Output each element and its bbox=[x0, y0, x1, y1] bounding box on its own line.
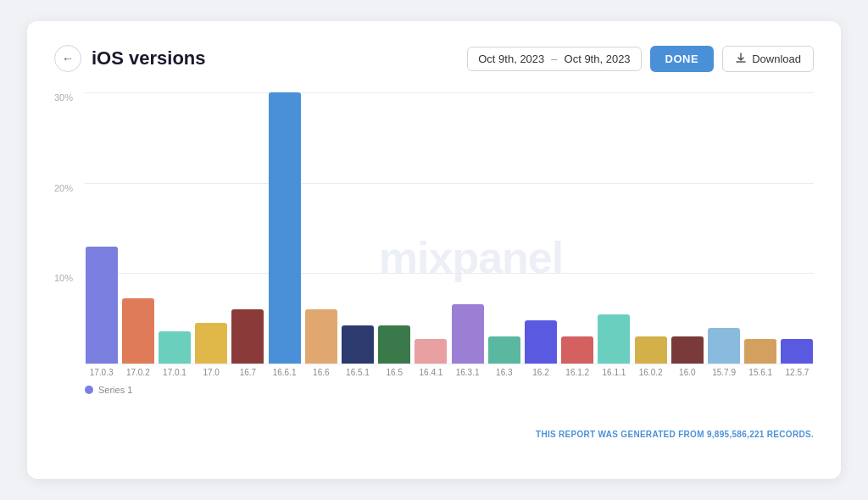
bar-group bbox=[524, 320, 557, 364]
x-label: 16.5 bbox=[378, 368, 411, 377]
bar[interactable] bbox=[159, 331, 191, 364]
page-title: iOS versions bbox=[92, 47, 206, 69]
legend-dot bbox=[85, 386, 93, 394]
bar-group bbox=[85, 247, 118, 364]
x-label: 16.0.2 bbox=[634, 368, 667, 377]
grid-line bbox=[85, 364, 814, 364]
bar[interactable] bbox=[195, 323, 227, 364]
bar-group bbox=[268, 92, 301, 364]
bar-group bbox=[670, 336, 704, 364]
footer: THIS REPORT WAS GENERATED FROM 9,895,586… bbox=[54, 430, 814, 439]
bar[interactable] bbox=[86, 247, 118, 364]
bar-group bbox=[231, 309, 264, 364]
x-label: 17.0.3 bbox=[85, 368, 118, 377]
bar[interactable] bbox=[231, 309, 264, 364]
bar-group bbox=[158, 331, 191, 364]
bar[interactable] bbox=[269, 92, 301, 364]
bar-group bbox=[451, 304, 484, 364]
bar[interactable] bbox=[122, 298, 154, 364]
bar[interactable] bbox=[415, 339, 447, 364]
footer-text-before: THIS REPORT WAS GENERATED FROM bbox=[536, 430, 707, 439]
date-range-picker[interactable]: Oct 9th, 2023 – Oct 9th, 2023 bbox=[467, 47, 641, 71]
bar[interactable] bbox=[525, 320, 557, 364]
bar[interactable] bbox=[598, 314, 630, 364]
bar-group bbox=[561, 336, 594, 364]
x-label: 16.0 bbox=[670, 368, 704, 377]
back-icon: ← bbox=[62, 52, 74, 65]
download-button[interactable]: Download bbox=[722, 46, 814, 72]
bar-group bbox=[341, 325, 374, 364]
main-card: ← iOS versions Oct 9th, 2023 – Oct 9th, … bbox=[27, 21, 841, 479]
x-labels: 17.0.317.0.217.0.117.016.716.6.116.616.5… bbox=[85, 368, 814, 377]
legend-label: Series 1 bbox=[98, 385, 132, 395]
x-label: 17.0.2 bbox=[121, 368, 154, 377]
bar-group bbox=[781, 339, 814, 364]
x-label: 17.0 bbox=[195, 368, 228, 377]
footer-records: 9,895,586,221 bbox=[707, 430, 765, 439]
x-label: 15.7.9 bbox=[707, 368, 740, 377]
bar-group bbox=[195, 323, 228, 364]
x-label: 16.2 bbox=[524, 368, 557, 377]
x-label: 16.3 bbox=[487, 368, 520, 377]
back-button[interactable]: ← bbox=[54, 45, 81, 72]
date-to: Oct 9th, 2023 bbox=[565, 53, 631, 65]
bar[interactable] bbox=[744, 339, 776, 364]
bar-group bbox=[634, 336, 667, 364]
bar[interactable] bbox=[305, 309, 337, 364]
bar-group bbox=[304, 309, 337, 364]
x-label: 16.7 bbox=[231, 368, 264, 377]
x-label: 16.4.1 bbox=[415, 368, 448, 377]
bar-group bbox=[598, 314, 631, 364]
done-button[interactable]: DONE bbox=[650, 46, 715, 72]
header: ← iOS versions Oct 9th, 2023 – Oct 9th, … bbox=[54, 45, 814, 72]
legend: Series 1 bbox=[85, 385, 132, 395]
x-label: 16.1.2 bbox=[561, 368, 594, 377]
y-label: 10% bbox=[54, 273, 73, 283]
y-label: 30% bbox=[54, 92, 73, 103]
chart-area: mixpanel 30%20%10% 17.0.317.0.217.0.117.… bbox=[54, 92, 814, 423]
bar[interactable] bbox=[488, 336, 520, 364]
bar-group bbox=[707, 328, 740, 364]
header-right: Oct 9th, 2023 – Oct 9th, 2023 DONE Downl… bbox=[467, 46, 814, 72]
x-label: 16.5.1 bbox=[341, 368, 374, 377]
bar-group bbox=[744, 339, 777, 364]
bar[interactable] bbox=[452, 304, 484, 364]
bar[interactable] bbox=[671, 336, 704, 364]
bar-group bbox=[378, 325, 411, 364]
x-label: 17.0.1 bbox=[158, 368, 191, 377]
bar-group bbox=[415, 339, 448, 364]
bar[interactable] bbox=[342, 325, 374, 364]
bar[interactable] bbox=[781, 339, 813, 364]
x-label: 16.6 bbox=[304, 368, 337, 377]
x-label: 16.3.1 bbox=[451, 368, 484, 377]
x-label: 15.6.1 bbox=[744, 368, 777, 377]
date-from: Oct 9th, 2023 bbox=[478, 53, 544, 65]
y-label: 20% bbox=[54, 183, 73, 193]
footer-text-after: RECORDS. bbox=[765, 430, 814, 439]
download-icon bbox=[735, 53, 747, 64]
x-label: 16.6.1 bbox=[268, 368, 301, 377]
x-label: 16.1.1 bbox=[598, 368, 631, 377]
bar[interactable] bbox=[378, 325, 410, 364]
bar-group bbox=[121, 298, 154, 364]
bar[interactable] bbox=[635, 336, 667, 364]
header-left: ← iOS versions bbox=[54, 45, 206, 72]
x-label: 12.5.7 bbox=[781, 368, 814, 377]
download-label: Download bbox=[752, 53, 801, 65]
bars-container bbox=[85, 92, 814, 364]
bar[interactable] bbox=[708, 328, 740, 364]
date-separator: – bbox=[551, 53, 557, 65]
bar[interactable] bbox=[561, 336, 593, 364]
bar-group bbox=[487, 336, 520, 364]
